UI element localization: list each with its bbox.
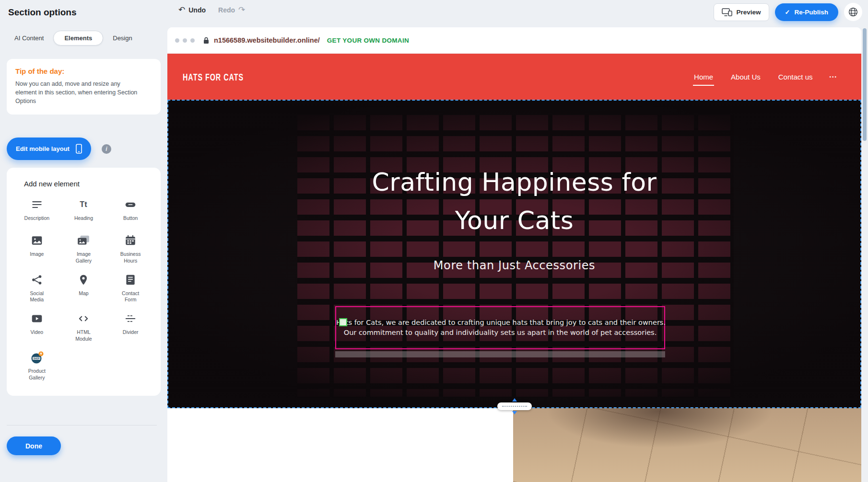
element-label: Social Media: [23, 290, 51, 303]
scrollbar-thumb[interactable]: [863, 28, 867, 141]
browser-chrome: n1566589.websitebuilder.online/ GET YOUR…: [167, 27, 861, 54]
element-video[interactable]: Video: [13, 311, 60, 342]
nav-more-icon[interactable]: •••: [829, 74, 837, 80]
phone-icon: [76, 144, 82, 154]
description-icon: [31, 197, 43, 212]
drag-handle-pill[interactable]: [497, 402, 532, 410]
hero-subheading[interactable]: More than Just Accessories: [168, 259, 860, 272]
element-image[interactable]: Image: [13, 233, 60, 264]
window-dots: [175, 38, 195, 43]
tip-body: Now you can add, move and resize any ele…: [15, 80, 152, 105]
element-label: Product Gallery: [23, 368, 51, 381]
element-label: Image: [30, 251, 44, 258]
redo-label: Redo: [218, 6, 235, 14]
sidebar-tabs: AI Content Elements Design: [7, 31, 161, 46]
tab-design[interactable]: Design: [108, 31, 137, 45]
next-section[interactable]: [167, 408, 861, 482]
topbar-actions: Preview ✓ Re-Publish: [714, 3, 862, 21]
redo-button[interactable]: Redo ↷: [218, 6, 245, 14]
preview-label: Preview: [737, 9, 761, 16]
element-map[interactable]: Map: [60, 273, 107, 303]
element-button[interactable]: Button: [107, 197, 154, 225]
map-icon: [77, 273, 90, 287]
element-grid: Description Tt Heading Button Image: [13, 197, 154, 381]
element-social-media[interactable]: Social Media: [13, 273, 60, 303]
element-product-gallery[interactable]: SHOP Product Gallery: [13, 350, 60, 381]
element-html-module[interactable]: HTML Module: [60, 311, 107, 342]
business-hours-icon: [124, 233, 137, 248]
page-title: Section options: [8, 7, 77, 18]
video-icon: [31, 311, 43, 326]
edit-mobile-layout-button[interactable]: Edit mobile layout: [7, 138, 91, 160]
undo-icon: ↶: [178, 6, 185, 14]
element-label: HTML Module: [70, 329, 97, 342]
button-icon: [124, 197, 137, 212]
topbar: Section options ↶ Undo Redo ↷ Preview ✓ …: [0, 0, 868, 24]
element-image-gallery[interactable]: Image Gallery: [60, 233, 107, 264]
element-heading[interactable]: Tt Heading: [60, 197, 107, 225]
done-button[interactable]: Done: [7, 436, 61, 455]
nav-item-home[interactable]: Home: [693, 70, 714, 84]
heading-icon: Tt: [77, 197, 90, 212]
get-domain-link[interactable]: GET YOUR OWN DOMAIN: [327, 37, 409, 44]
mobile-layout-row: Edit mobile layout i: [7, 138, 161, 160]
site-header[interactable]: HATS FOR CATS Home About Us Contact us •…: [167, 54, 861, 100]
info-icon[interactable]: i: [102, 144, 111, 154]
drag-handle-dashes: [502, 406, 527, 407]
element-label: Heading: [74, 215, 93, 222]
contact-form-icon: [124, 273, 137, 287]
site-preview-window: n1566589.websitebuilder.online/ GET YOUR…: [167, 27, 861, 482]
svg-text:Tt: Tt: [80, 200, 88, 209]
devices-icon: [722, 8, 732, 16]
image-gallery-icon: [77, 233, 90, 248]
element-label: Image Gallery: [70, 251, 97, 264]
globe-icon: [848, 7, 858, 17]
lock-icon: [203, 37, 209, 44]
hero-content: Crafting Happiness for Your Cats More th…: [168, 101, 860, 407]
check-icon: ✓: [785, 9, 790, 16]
site-url: n1566589.websitebuilder.online/: [214, 36, 320, 44]
element-divider[interactable]: Divider: [107, 311, 154, 342]
tab-ai-content[interactable]: AI Content: [10, 31, 48, 45]
nav-item-about[interactable]: About Us: [730, 70, 762, 84]
language-globe-button[interactable]: [844, 3, 862, 21]
republish-button[interactable]: ✓ Re-Publish: [775, 3, 838, 21]
window-dot: [183, 38, 187, 43]
undo-button[interactable]: ↶ Undo: [178, 6, 206, 14]
window-dot: [175, 38, 179, 43]
element-description[interactable]: Description: [13, 197, 60, 225]
window-dot: [190, 38, 195, 43]
tab-elements[interactable]: Elements: [53, 31, 103, 46]
nav-item-contact[interactable]: Contact us: [777, 70, 814, 84]
tip-title: Tip of the day:: [15, 67, 152, 75]
element-contact-form[interactable]: Contact Form: [107, 273, 154, 303]
element-label: Contact Form: [117, 290, 144, 303]
element-label: Button: [123, 215, 138, 222]
sidebar-divider: [7, 425, 157, 425]
section-resize-handle[interactable]: [497, 398, 532, 414]
floor-photo: [513, 408, 861, 482]
html-module-icon: [77, 311, 90, 326]
site-logo[interactable]: HATS FOR CATS: [183, 71, 244, 82]
edit-mobile-label: Edit mobile layout: [16, 145, 70, 152]
element-label: Map: [79, 290, 88, 297]
element-label: Video: [30, 329, 43, 336]
element-business-hours[interactable]: Business Hours: [107, 233, 154, 264]
hero-section-selected[interactable]: Crafting Happiness for Your Cats More th…: [167, 100, 861, 408]
hero-heading[interactable]: Crafting Happiness for Your Cats: [361, 163, 668, 240]
undo-label: Undo: [188, 6, 206, 14]
element-label: Business Hours: [117, 251, 144, 264]
product-gallery-icon: SHOP: [30, 350, 44, 365]
sidebar: AI Content Elements Design Tip of the da…: [0, 24, 167, 482]
republish-label: Re-Publish: [794, 9, 828, 16]
site-nav: Home About Us Contact us •••: [693, 70, 846, 84]
arrow-down-icon: [512, 411, 517, 414]
page-scrollbar: [861, 27, 868, 482]
arrow-up-icon: [512, 398, 517, 402]
tip-card: Tip of the day: Now you can add, move an…: [7, 59, 161, 115]
image-icon: [31, 233, 43, 248]
divider-icon: [124, 311, 137, 326]
preview-button[interactable]: Preview: [714, 3, 769, 21]
shop-badge-text: SHOP: [33, 357, 39, 360]
element-label: Description: [24, 215, 50, 222]
